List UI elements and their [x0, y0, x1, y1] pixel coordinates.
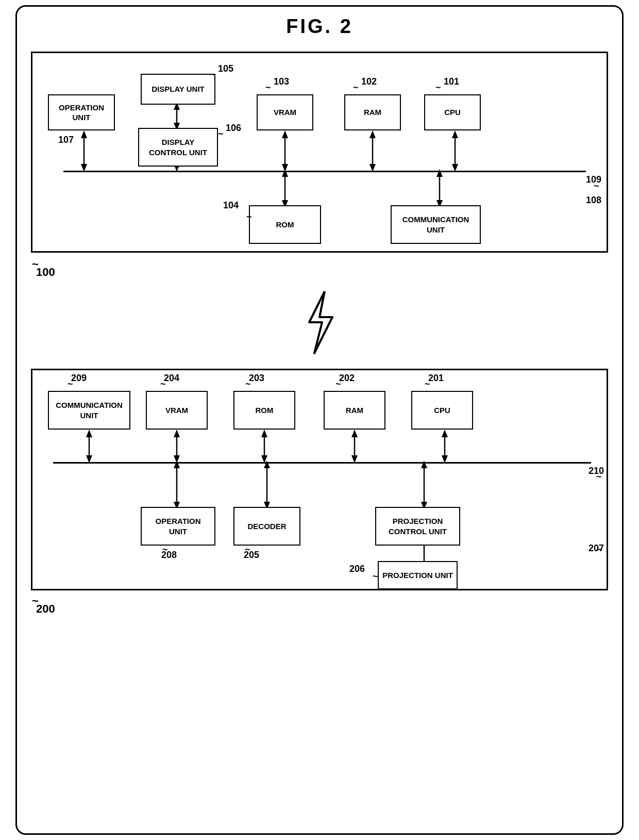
svg-marker-42 — [351, 430, 358, 437]
bus-line-200 — [53, 462, 591, 464]
svg-text:~: ~ — [596, 472, 602, 482]
svg-text:~: ~ — [335, 379, 341, 389]
ref-107: 107 — [58, 135, 74, 145]
vram-200: VRAM — [146, 391, 208, 430]
ref-103-brace: ~ — [265, 83, 276, 93]
ref-201-brace: ~ — [425, 379, 435, 389]
operation-unit-200: OPERATIONUNIT — [141, 507, 215, 546]
device-200-label-brace: ~ — [32, 595, 42, 607]
ref-202-brace: ~ — [335, 379, 346, 389]
svg-marker-1 — [81, 130, 87, 138]
ref-209-brace: ~ — [68, 379, 78, 389]
svg-text:~: ~ — [435, 83, 441, 93]
ref-204-brace: ~ — [160, 379, 171, 389]
svg-marker-16 — [452, 130, 458, 138]
ref-101: 101 — [444, 76, 459, 87]
display-unit-100: DISPLAY UNIT — [141, 74, 215, 105]
ref-205-brace: ~ — [245, 545, 255, 555]
comm-unit-200: COMMUNICATIONUNIT — [48, 391, 130, 430]
svg-marker-45 — [442, 430, 448, 437]
rom-100: ROM — [249, 205, 321, 244]
ref-206-brace: ~ — [373, 571, 383, 582]
ref-104: 104 — [223, 200, 239, 211]
device-100-box: OPERATIONUNIT DISPLAY UNIT DISPLAYCONTRO… — [31, 52, 608, 253]
rom-200: ROM — [233, 391, 295, 430]
svg-text:~: ~ — [32, 595, 39, 607]
bus-line-100 — [63, 171, 586, 172]
ref-109-brace: ~ — [594, 181, 604, 191]
ref-103: 103 — [274, 76, 289, 87]
display-control-unit-100: DISPLAYCONTROL UNIT — [138, 128, 218, 167]
svg-text:~: ~ — [160, 379, 166, 389]
svg-text:~: ~ — [162, 545, 168, 555]
ref-108: 108 — [586, 195, 601, 206]
ref-203-brace: ~ — [245, 379, 256, 389]
svg-text:~: ~ — [210, 70, 216, 80]
svg-text:~: ~ — [425, 379, 430, 389]
svg-text:~: ~ — [353, 83, 359, 93]
ref-102-brace: ~ — [353, 83, 363, 93]
proj-unit-200: PROJECTION UNIT — [378, 561, 458, 589]
svg-text:~: ~ — [373, 571, 378, 582]
svg-text:~: ~ — [246, 212, 252, 222]
cpu-200: CPU — [411, 391, 473, 430]
svg-marker-36 — [174, 430, 180, 437]
ref-208-brace: ~ — [162, 545, 173, 555]
ref-210-brace: ~ — [596, 472, 607, 482]
svg-text:~: ~ — [596, 545, 602, 555]
ref-101-brace: ~ — [435, 83, 446, 93]
vram-100: VRAM — [257, 94, 313, 130]
cpu-100: CPU — [424, 94, 481, 130]
svg-text:~: ~ — [218, 129, 224, 139]
ram-200: RAM — [324, 391, 385, 430]
svg-text:~: ~ — [32, 258, 39, 271]
svg-text:~: ~ — [265, 83, 271, 93]
svg-text:~: ~ — [594, 181, 599, 191]
device-100-label-brace: ~ — [32, 258, 42, 271]
svg-marker-33 — [86, 430, 92, 437]
ref-104-brace: ~ — [246, 212, 257, 222]
comm-unit-100: COMMUNICATIONUNIT — [391, 205, 481, 244]
ref-206: 206 — [349, 564, 365, 574]
svg-text:~: ~ — [245, 545, 250, 555]
svg-marker-13 — [369, 130, 376, 138]
svg-marker-39 — [261, 430, 267, 437]
device-200-box: COMMUNICATIONUNIT VRAM ROM RAM CPU OPERA… — [31, 369, 608, 590]
decoder-200: DECODER — [233, 507, 300, 546]
operation-unit-100: OPERATIONUNIT — [48, 94, 115, 130]
svg-text:~: ~ — [68, 379, 73, 389]
ref-105-brace: ~ — [210, 70, 221, 80]
proj-control-200: PROJECTIONCONTROL UNIT — [375, 507, 460, 546]
ram-100: RAM — [344, 94, 401, 130]
svg-marker-10 — [282, 130, 288, 138]
ref-106-brace: ~ — [218, 129, 228, 139]
ref-207-brace: ~ — [596, 545, 607, 555]
svg-text:~: ~ — [245, 379, 251, 389]
page-title: FIG. 2 — [0, 0, 639, 48]
ref-102: 102 — [361, 76, 377, 87]
lightning-bolt — [296, 289, 343, 356]
